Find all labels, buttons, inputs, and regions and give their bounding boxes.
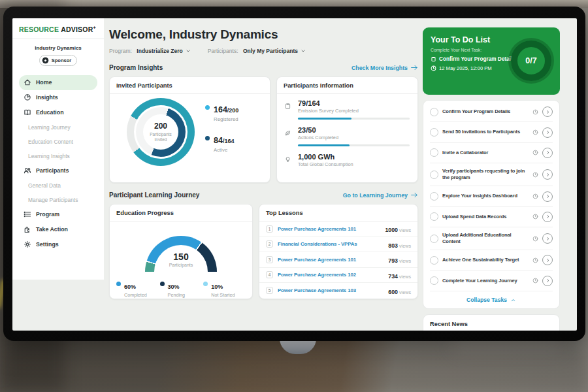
- sidebar-item-insights[interactable]: Insights: [19, 90, 97, 105]
- lesson-views: 1000: [385, 227, 398, 233]
- task-open-button[interactable]: [542, 255, 553, 265]
- invited-donut-center: 200 Participants Invited: [143, 114, 178, 150]
- participants-information-title: Participants Information: [277, 77, 417, 94]
- sidebar-item-education-content[interactable]: Education Content: [19, 135, 97, 149]
- task-checkbox[interactable]: [430, 235, 438, 243]
- sidebar-item-label: Take Action: [36, 226, 68, 233]
- completed-pct: 60%: [124, 284, 136, 290]
- sidebar-item-label: Education Content: [28, 139, 73, 145]
- sponsor-badge[interactable]: Sponsor: [39, 55, 77, 66]
- lesson-row: 5 Power Purchase Agreements 103 600views: [259, 283, 417, 299]
- task-checkbox[interactable]: [430, 128, 438, 137]
- task-open-button[interactable]: [542, 191, 553, 202]
- sidebar-nav: Home Insights Education Learning Journey: [19, 75, 97, 252]
- invited-donut-chart: 200 Participants Invited: [127, 98, 195, 166]
- participants-filter: Participants: Only My Participants: [208, 48, 306, 54]
- chevron-right-icon: [546, 150, 550, 155]
- lesson-rank: 2: [266, 240, 273, 248]
- sidebar-item-participants[interactable]: Participants: [19, 163, 97, 178]
- views-suffix: views: [399, 258, 411, 264]
- stat-value: 23/50: [298, 126, 410, 134]
- chevron-right-icon: [546, 130, 550, 135]
- task-checkbox[interactable]: [430, 256, 438, 265]
- gauge-center-value: 150: [145, 252, 217, 262]
- sidebar-item-home[interactable]: Home: [19, 75, 97, 90]
- active-total: /164: [223, 138, 235, 144]
- logo-advisor: ADVISOR+: [61, 25, 96, 33]
- task-row: Achieve One Sustainability Target: [430, 250, 553, 270]
- clock-icon: [532, 278, 538, 284]
- sidebar: RESOURCE ADVISOR+ Industry Dynamics Spon…: [12, 18, 104, 280]
- task-row: Send 50 Invitations to Participants: [430, 122, 553, 142]
- task-open-button[interactable]: [542, 233, 553, 244]
- recent-news-title: Recent News: [430, 321, 553, 331]
- sidebar-item-label: Education: [36, 109, 64, 116]
- background-desk-shade: [0, 353, 588, 392]
- participants-filter-select[interactable]: Only My Participants: [243, 48, 306, 54]
- task-checkbox[interactable]: [430, 276, 438, 285]
- sidebar-item-take-action[interactable]: Take Action: [19, 222, 97, 237]
- sidebar-item-learning-journey[interactable]: Learning Journey: [19, 120, 97, 135]
- collapse-tasks-link[interactable]: Collapse Tasks: [430, 291, 553, 304]
- gauge-center-label: Participants: [145, 263, 217, 267]
- sidebar-item-label: Participants: [36, 167, 69, 174]
- invited-participants-title: Invited Participants: [110, 77, 270, 94]
- invited-legend: 164/200 Registered 84/164 Active: [205, 103, 238, 153]
- actions-progress-track: [298, 144, 410, 146]
- sidebar-item-program[interactable]: Program: [19, 207, 97, 222]
- task-open-button[interactable]: [542, 212, 553, 222]
- task-open-button[interactable]: [542, 276, 553, 286]
- task-checkbox[interactable]: [430, 212, 438, 221]
- pending-dot: [160, 282, 165, 286]
- survey-progress-track: [298, 118, 410, 120]
- program-filter-select[interactable]: Industrialize Zero: [137, 48, 190, 54]
- lesson-link[interactable]: Power Purchase Agreements 101: [278, 257, 384, 263]
- todo-header-card: Your To Do List Complete Your Next Task:…: [423, 27, 560, 95]
- task-checkbox[interactable]: [430, 192, 438, 201]
- stat-actions: 23/50 Actions Completed: [277, 121, 417, 146]
- learning-journey-title: Participant Learning Journey: [109, 191, 199, 199]
- education-gauge-chart: 150 Participants: [145, 236, 217, 272]
- lesson-row: 3 Power Purchase Agreements 101 793views: [259, 252, 417, 268]
- sidebar-item-settings[interactable]: Settings: [19, 237, 97, 252]
- views-suffix: views: [399, 243, 411, 249]
- clock-icon: [532, 172, 538, 178]
- lesson-rank: 1: [266, 225, 273, 233]
- sidebar-item-general-data[interactable]: General Data: [19, 178, 97, 193]
- sidebar-item-learning-insights[interactable]: Learning Insights: [19, 149, 97, 163]
- invited-participants-card: Invited Participants 200 Participants In…: [109, 76, 270, 183]
- task-open-button[interactable]: [542, 169, 553, 180]
- clock-icon: [532, 214, 538, 220]
- task-label: Verify participants requesting to join t…: [442, 168, 529, 181]
- lesson-link[interactable]: Power Purchase Agreements 102: [278, 272, 384, 278]
- sidebar-item-manage-participants[interactable]: Manage Participants: [19, 193, 97, 207]
- stat-label: Actions Completed: [298, 135, 410, 140]
- task-open-button[interactable]: [542, 127, 553, 138]
- task-label: Invite a Collaborator: [442, 150, 529, 156]
- stat-consumption: 1,000 GWh Total Global Consumption: [277, 148, 417, 167]
- chevron-right-icon: [546, 110, 550, 114]
- program-insights-header: Program Insights Check More Insights: [109, 64, 418, 71]
- app-logo: RESOURCE ADVISOR+: [19, 25, 97, 33]
- arrow-right-icon: [411, 65, 418, 71]
- task-open-button[interactable]: [542, 106, 553, 117]
- not-started-pct: 10%: [211, 284, 223, 290]
- registered-total: /200: [227, 107, 239, 114]
- lesson-link[interactable]: Power Purchase Agreements 101: [278, 226, 380, 232]
- task-checkbox[interactable]: [430, 108, 438, 116]
- task-checkbox[interactable]: [430, 148, 438, 157]
- recent-news-card: Recent News: [423, 314, 560, 331]
- go-to-learning-journey-link[interactable]: Go to Learning Journey: [343, 192, 418, 199]
- lesson-link[interactable]: Financial Considerations - VPPAs: [278, 241, 384, 247]
- clock-icon: [431, 65, 436, 71]
- check-more-insights-link[interactable]: Check More Insights: [351, 65, 418, 71]
- task-checkbox[interactable]: [430, 171, 438, 179]
- sidebar-item-education[interactable]: Education: [19, 105, 97, 120]
- chevron-right-icon: [546, 194, 550, 199]
- survey-progress-fill: [298, 118, 351, 120]
- stat-label: Total Global Consumption: [298, 161, 410, 167]
- lesson-link[interactable]: Power Purchase Agreements 103: [278, 287, 384, 293]
- actions-leaf-icon: [284, 127, 291, 135]
- task-open-button[interactable]: [542, 148, 553, 158]
- clock-icon: [532, 193, 538, 199]
